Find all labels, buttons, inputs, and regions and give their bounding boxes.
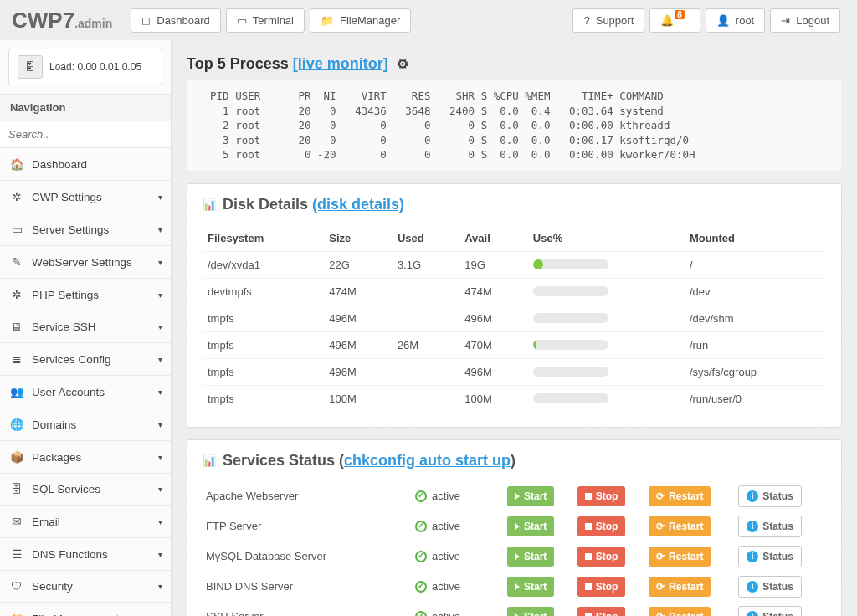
nav-filemanager-button[interactable]: 📁FileManager <box>310 8 411 33</box>
disk-icon: 🗄 <box>18 55 43 79</box>
stop-icon <box>585 583 592 590</box>
stop-button[interactable]: Stop <box>577 577 626 597</box>
disk-row: tmpfs496M26M470M/run <box>203 331 826 358</box>
restart-button[interactable]: ⟳Restart <box>649 486 711 506</box>
start-button[interactable]: Start <box>507 486 554 506</box>
sidebar-item-file-management[interactable]: 📁File Management▾ <box>0 603 171 616</box>
menu-icon: 👥 <box>10 385 23 398</box>
info-icon: i <box>747 551 758 562</box>
sidebar-item-label: CWP Settings <box>32 191 102 203</box>
notifications-button[interactable]: 🔔8 <box>649 8 700 33</box>
status-button[interactable]: iStatus <box>738 576 802 598</box>
sidebar-item-dns-functions[interactable]: ☰DNS Functions▾ <box>0 538 171 571</box>
sidebar-item-sql-services[interactable]: 🗄SQL Services▾ <box>0 474 171 506</box>
user-icon: 👤 <box>716 14 730 27</box>
menu-icon: 🏠 <box>10 157 23 171</box>
menu-icon: 📦 <box>10 450 23 464</box>
restart-icon: ⟳ <box>656 490 665 502</box>
play-icon <box>515 493 520 500</box>
sidebar-item-services-config[interactable]: ≣Services Config▾ <box>0 343 171 376</box>
navigation-label: Navigation <box>0 94 171 121</box>
play-icon <box>515 553 520 560</box>
stop-icon <box>585 523 592 530</box>
sidebar-item-php-settings[interactable]: ✲PHP Settings▾ <box>0 279 171 311</box>
start-button[interactable]: Start <box>507 516 554 536</box>
sidebar-item-label: Domains <box>32 418 76 431</box>
stop-button[interactable]: Stop <box>577 516 626 536</box>
restart-button[interactable]: ⟳Restart <box>649 607 711 617</box>
service-name: SSH Server <box>203 602 412 617</box>
status-button[interactable]: iStatus <box>738 546 802 567</box>
start-button[interactable]: Start <box>507 607 554 617</box>
service-row: BIND DNS Server active Start Stop ⟳Resta… <box>203 572 826 602</box>
terminal-icon: ▭ <box>237 14 247 27</box>
play-icon <box>515 613 520 617</box>
service-row: FTP Server active Start Stop ⟳Restart iS… <box>203 511 826 542</box>
disk-col-used: Used <box>393 225 459 252</box>
status-active-icon <box>415 551 427 562</box>
stop-button[interactable]: Stop <box>577 486 626 506</box>
status-button[interactable]: iStatus <box>738 606 802 617</box>
folder-icon: 📁 <box>321 14 334 27</box>
sidebar-item-server-settings[interactable]: ▭Server Settings▾ <box>0 213 171 246</box>
caret-down-icon: ▾ <box>158 550 162 559</box>
bars-icon: 📊 <box>203 198 216 211</box>
sidebar-item-security[interactable]: 🛡Security▾ <box>0 571 171 603</box>
caret-down-icon: ▾ <box>158 420 162 429</box>
sidebar-item-dashboard[interactable]: 🏠Dashboard <box>0 148 171 181</box>
service-row: SSH Server active Start Stop ⟳Restart iS… <box>203 602 826 617</box>
status-button[interactable]: iStatus <box>738 516 802 537</box>
user-button[interactable]: 👤root <box>706 8 765 33</box>
restart-icon: ⟳ <box>656 611 665 617</box>
service-row: Apache Webserver active Start Stop ⟳Rest… <box>203 481 826 511</box>
nav-dashboard-button[interactable]: ◻Dashboard <box>131 8 221 33</box>
status-button[interactable]: iStatus <box>738 485 802 507</box>
disk-row: devtmpfs474M474M/dev <box>203 278 826 305</box>
menu-icon: ✲ <box>10 190 23 203</box>
info-icon: i <box>747 521 758 532</box>
sidebar-item-label: Email <box>32 516 60 528</box>
nav-terminal-button[interactable]: ▭Terminal <box>226 8 305 33</box>
sidebar-item-packages[interactable]: 📦Packages▾ <box>0 441 171 474</box>
sidebar-item-label: SQL Services <box>32 483 100 495</box>
sidebar-item-webserver-settings[interactable]: ✎WebServer Settings▾ <box>0 246 171 279</box>
status-active-icon <box>415 490 427 502</box>
logout-icon: ⇥ <box>781 14 790 27</box>
stop-button[interactable]: Stop <box>577 607 626 617</box>
question-icon: ? <box>583 14 589 27</box>
gear-icon[interactable]: ⚙ <box>397 57 408 71</box>
sidebar-item-user-accounts[interactable]: 👥User Accounts▾ <box>0 376 171 408</box>
stop-button[interactable]: Stop <box>577 547 626 567</box>
sidebar-item-domains[interactable]: 🌐Domains▾ <box>0 408 171 441</box>
sidebar-item-label: File Management <box>32 613 119 617</box>
restart-button[interactable]: ⟳Restart <box>649 547 711 567</box>
service-state: active <box>432 610 460 616</box>
notification-badge: 8 <box>675 10 685 19</box>
start-button[interactable]: Start <box>507 547 554 567</box>
top5-output: PID USER PR NI VIRT RES SHR S %CPU %MEM … <box>187 80 842 172</box>
support-button[interactable]: ?Support <box>572 8 644 33</box>
logout-button[interactable]: ⇥Logout <box>770 8 840 33</box>
sidebar-item-email[interactable]: ✉Email▾ <box>0 506 171 538</box>
search-input[interactable] <box>0 121 171 148</box>
caret-down-icon: ▾ <box>158 192 162 202</box>
service-state: active <box>432 490 460 502</box>
restart-icon: ⟳ <box>656 581 665 593</box>
caret-down-icon: ▾ <box>158 290 162 300</box>
restart-button[interactable]: ⟳Restart <box>649 577 711 597</box>
menu-icon: 🖥 <box>10 321 23 333</box>
restart-button[interactable]: ⟳Restart <box>649 516 711 536</box>
disk-row: /dev/xvda122G3.1G19G/ <box>203 251 826 278</box>
info-icon: i <box>747 490 758 502</box>
start-button[interactable]: Start <box>507 577 554 597</box>
logo-main: CWP7 <box>12 8 74 33</box>
menu-icon: ≣ <box>10 352 23 366</box>
live-monitor-link[interactable]: [live monitor] <box>293 55 388 72</box>
sidebar-item-cwp-settings[interactable]: ✲CWP Settings▾ <box>0 181 171 213</box>
disk-details-link[interactable]: (disk details) <box>312 196 404 213</box>
sidebar-item-label: WebServer Settings <box>32 256 132 269</box>
sidebar-item-service-ssh[interactable]: 🖥Service SSH▾ <box>0 311 171 343</box>
usage-bar <box>533 367 608 377</box>
chkconfig-link[interactable]: chkconfig auto start up <box>344 452 511 469</box>
menu-icon: ✉ <box>10 515 23 528</box>
